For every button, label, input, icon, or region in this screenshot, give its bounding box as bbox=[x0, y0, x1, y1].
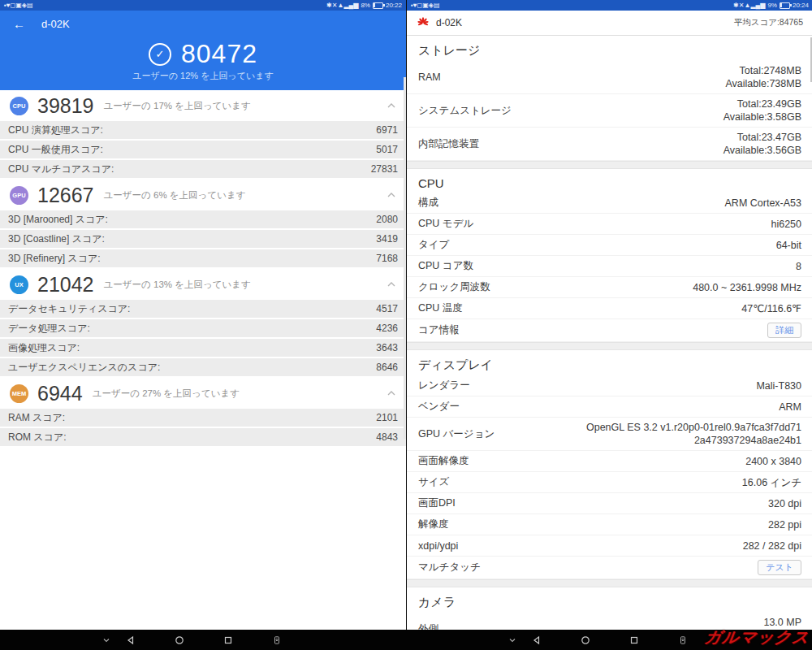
cpu-score-note: ユーザーの 17% を上回っています bbox=[104, 100, 251, 112]
score-row: CPU マルチコアスコア: 27831 bbox=[0, 160, 406, 178]
mem-score: 6944 bbox=[37, 382, 83, 405]
info-row: サイズ 16.06 インチ bbox=[407, 472, 812, 493]
info-row: ベンダー ARM bbox=[407, 396, 812, 418]
info-label: タイプ bbox=[418, 238, 449, 252]
nav-hide-icon[interactable] bbox=[508, 635, 517, 645]
score-row-value: 5017 bbox=[376, 144, 398, 155]
score-row: 3D [Marooned] スコア: 2080 bbox=[0, 210, 406, 228]
dual-screenshot-page: { "colors": { "header_blue": "#2a76e8", … bbox=[0, 0, 812, 650]
section-title-camera: カメラ bbox=[407, 587, 812, 613]
section-title-cpu: CPU bbox=[407, 169, 812, 193]
score-row-value: 7168 bbox=[376, 253, 398, 264]
info-label: 画面解像度 bbox=[418, 454, 469, 468]
info-row: GPU バージョン OpenGL ES 3.2 v1.r20p0-01rel0.… bbox=[407, 418, 812, 451]
info-row: xdpi/ydpi 282 / 282 dpi bbox=[407, 535, 812, 557]
status-bar: ▪♥◻▣◈▤ ✱✕▲▂▄▆ 8% 20:22 bbox=[0, 0, 406, 11]
score-row-label: RAM スコア: bbox=[8, 411, 65, 425]
score-row-label: 3D [Marooned] スコア: bbox=[8, 213, 108, 227]
chevron-up-icon[interactable] bbox=[387, 389, 396, 397]
score-row-value: 4843 bbox=[376, 431, 398, 443]
score-row: RAM スコア: 2101 bbox=[0, 409, 406, 427]
score-row-value: 2101 bbox=[376, 412, 398, 423]
huawei-logo-icon bbox=[417, 16, 430, 29]
ux-score-note: ユーザーの 13% を上回っています bbox=[104, 279, 251, 291]
gpu-score-note: ユーザーの 6% を上回っています bbox=[104, 189, 246, 202]
info-value: 320 dpi bbox=[768, 497, 801, 510]
info-row: CPU モデル hi6250 bbox=[407, 214, 812, 235]
notification-icons: ▪♥◻▣◈▤ bbox=[411, 2, 440, 9]
score-row-value: 3643 bbox=[376, 342, 398, 353]
info-row: レンダラー Mali-T830 bbox=[407, 375, 812, 396]
status-time: 20:22 bbox=[386, 2, 402, 9]
cpu-score: 39819 bbox=[37, 94, 94, 118]
score-row: CPU 一般使用スコア: 5017 bbox=[0, 141, 406, 158]
info-row: 画面DPI 320 dpi bbox=[407, 493, 812, 514]
info-value: ARM Cortex-A53 bbox=[725, 197, 801, 210]
score-row-value: 6971 bbox=[376, 124, 398, 136]
info-row: タイプ 64-bit bbox=[407, 235, 812, 256]
nav-back-icon[interactable] bbox=[532, 635, 542, 645]
mem-score-note: ユーザーの 27% を上回っています bbox=[93, 388, 240, 400]
gpu-badge-icon: GPU bbox=[10, 186, 28, 205]
total-score-header: ✓ 80472 ユーザーの 12% を上回っています bbox=[0, 37, 406, 90]
score-row-value: 8646 bbox=[376, 362, 398, 373]
nav-recents-icon[interactable] bbox=[629, 635, 639, 645]
nav-recents-icon[interactable] bbox=[223, 635, 233, 645]
score-row-value: 27831 bbox=[371, 163, 398, 175]
info-value-line2: Available:738MB bbox=[725, 77, 801, 90]
chevron-up-icon[interactable] bbox=[387, 102, 396, 110]
benchmark-screen: ▪♥◻▣◈▤ ✱✕▲▂▄▆ 8% 20:22 ← d-02K ✓ 80472 ユ… bbox=[0, 0, 406, 650]
score-row: 画像処理スコア: 3643 bbox=[0, 339, 406, 357]
garumax-watermark: ガルマックス bbox=[703, 626, 811, 648]
score-row-label: データ処理スコア: bbox=[8, 322, 90, 336]
info-value: OpenGL ES 3.2 v1.r20p0-01rel0.9a7fca3f7d… bbox=[586, 421, 801, 434]
core-detail-button[interactable]: 詳細 bbox=[767, 323, 801, 338]
device-info-screen: ▪♥◻▣◈▤ ✱✕▲▂▄▆ 9% 20:24 d-02K 平均 bbox=[406, 0, 812, 650]
info-label: CPU 温度 bbox=[418, 301, 463, 315]
multitouch-test-button[interactable]: テスト bbox=[758, 560, 801, 575]
battery-icon bbox=[780, 2, 790, 9]
info-value: 282 / 282 dpi bbox=[743, 540, 801, 552]
chevron-up-icon[interactable] bbox=[387, 191, 396, 199]
back-button[interactable]: ← bbox=[13, 18, 25, 30]
info-value: 8 bbox=[796, 260, 801, 273]
check-circle-icon: ✓ bbox=[149, 43, 171, 66]
nav-back-icon[interactable] bbox=[126, 635, 136, 645]
score-row-label: CPU マルチコアスコア: bbox=[8, 162, 114, 176]
app-bar: ← d-02K bbox=[0, 11, 406, 37]
score-row-label: ROM スコア: bbox=[8, 431, 67, 444]
info-label: 内部記憶装置 bbox=[418, 137, 479, 151]
info-value: Total:23.47GB bbox=[723, 131, 801, 144]
info-label: マルチタッチ bbox=[418, 561, 481, 574]
score-row: データセキュリティスコア: 4517 bbox=[0, 300, 406, 318]
section-title-display: ディスプレイ bbox=[407, 350, 812, 375]
nav-group-left bbox=[0, 630, 406, 650]
info-row: クロック周波数 480.0 ~ 2361.9998 MHz bbox=[407, 277, 812, 298]
section-header-mem: MEM 6944 ユーザーの 27% を上回っています bbox=[0, 378, 406, 409]
section-header-gpu: GPU 12667 ユーザーの 6% を上回っています bbox=[0, 180, 406, 210]
info-row: 画面解像度 2400 x 3840 bbox=[407, 451, 812, 472]
nav-hide-icon[interactable] bbox=[102, 635, 111, 645]
info-label: クロック周波数 bbox=[418, 280, 490, 294]
chevron-up-icon[interactable] bbox=[387, 280, 396, 288]
section-header-ux: UX 21042 ユーザーの 13% を上回っています bbox=[0, 269, 406, 300]
connectivity-icons: ✱✕▲▂▄▆ bbox=[733, 2, 765, 9]
nav-screenshot-icon[interactable] bbox=[272, 635, 282, 645]
info-row: 構成 ARM Cortex-A53 bbox=[407, 193, 812, 214]
score-row: 3D [Coastline] スコア: 3419 bbox=[0, 230, 406, 248]
nav-home-icon[interactable] bbox=[175, 635, 184, 645]
battery-icon bbox=[373, 2, 383, 9]
info-row: 解像度 282 ppi bbox=[407, 514, 812, 535]
total-score: 80472 bbox=[181, 39, 257, 69]
info-label: CPU コア数 bbox=[418, 259, 473, 273]
info-row: システムストレージ Total:23.49GBAvailable:3.58GB bbox=[407, 94, 812, 128]
score-row: CPU 演算処理スコア: 6971 bbox=[0, 121, 406, 139]
info-label: CPU モデル bbox=[418, 217, 473, 231]
info-label: 解像度 bbox=[418, 518, 449, 531]
nav-home-icon[interactable] bbox=[581, 635, 590, 645]
info-value: 480.0 ~ 2361.9998 MHz bbox=[693, 281, 801, 294]
info-label: サイズ bbox=[418, 475, 449, 489]
notification-icons: ▪♥◻▣◈▤ bbox=[4, 2, 33, 9]
nav-screenshot-icon[interactable] bbox=[678, 635, 688, 645]
info-value-line2: Available:3.58GB bbox=[723, 110, 801, 124]
